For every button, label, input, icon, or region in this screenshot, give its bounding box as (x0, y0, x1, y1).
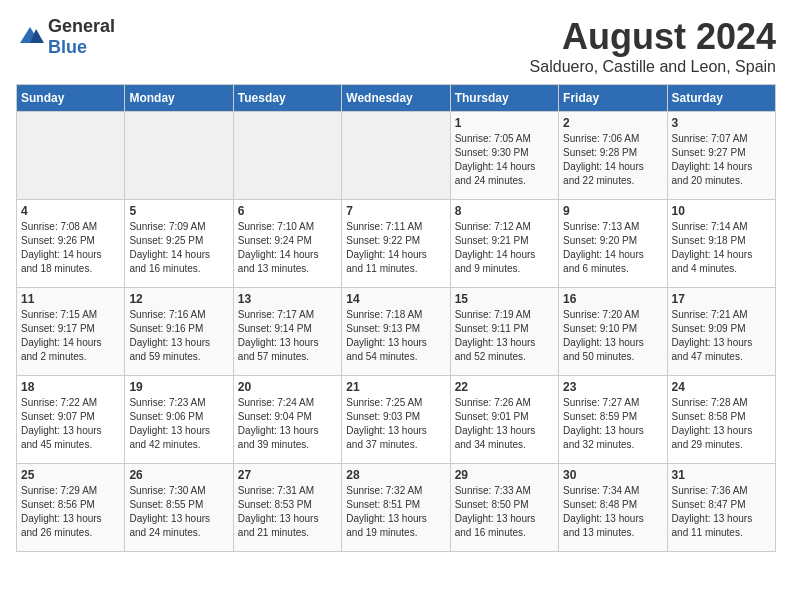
header-wednesday: Wednesday (342, 85, 450, 112)
calendar-cell: 19Sunrise: 7:23 AM Sunset: 9:06 PM Dayli… (125, 376, 233, 464)
day-info: Sunrise: 7:33 AM Sunset: 8:50 PM Dayligh… (455, 485, 536, 538)
day-number: 17 (672, 292, 771, 306)
calendar-cell: 9Sunrise: 7:13 AM Sunset: 9:20 PM Daylig… (559, 200, 667, 288)
day-number: 12 (129, 292, 228, 306)
calendar-cell: 29Sunrise: 7:33 AM Sunset: 8:50 PM Dayli… (450, 464, 558, 552)
calendar-cell: 17Sunrise: 7:21 AM Sunset: 9:09 PM Dayli… (667, 288, 775, 376)
day-info: Sunrise: 7:29 AM Sunset: 8:56 PM Dayligh… (21, 485, 102, 538)
day-number: 18 (21, 380, 120, 394)
logo-blue: Blue (48, 37, 87, 57)
day-number: 14 (346, 292, 445, 306)
day-number: 13 (238, 292, 337, 306)
day-info: Sunrise: 7:09 AM Sunset: 9:25 PM Dayligh… (129, 221, 210, 274)
calendar-cell: 30Sunrise: 7:34 AM Sunset: 8:48 PM Dayli… (559, 464, 667, 552)
calendar-cell: 22Sunrise: 7:26 AM Sunset: 9:01 PM Dayli… (450, 376, 558, 464)
header-saturday: Saturday (667, 85, 775, 112)
day-info: Sunrise: 7:08 AM Sunset: 9:26 PM Dayligh… (21, 221, 102, 274)
header-thursday: Thursday (450, 85, 558, 112)
day-number: 26 (129, 468, 228, 482)
day-info: Sunrise: 7:23 AM Sunset: 9:06 PM Dayligh… (129, 397, 210, 450)
logo-text: General Blue (48, 16, 115, 58)
week-row-2: 11Sunrise: 7:15 AM Sunset: 9:17 PM Dayli… (17, 288, 776, 376)
day-info: Sunrise: 7:21 AM Sunset: 9:09 PM Dayligh… (672, 309, 753, 362)
calendar-cell: 24Sunrise: 7:28 AM Sunset: 8:58 PM Dayli… (667, 376, 775, 464)
calendar-cell: 26Sunrise: 7:30 AM Sunset: 8:55 PM Dayli… (125, 464, 233, 552)
calendar-cell: 5Sunrise: 7:09 AM Sunset: 9:25 PM Daylig… (125, 200, 233, 288)
day-info: Sunrise: 7:05 AM Sunset: 9:30 PM Dayligh… (455, 133, 536, 186)
day-info: Sunrise: 7:28 AM Sunset: 8:58 PM Dayligh… (672, 397, 753, 450)
calendar-cell (17, 112, 125, 200)
day-number: 2 (563, 116, 662, 130)
header-monday: Monday (125, 85, 233, 112)
calendar-cell: 28Sunrise: 7:32 AM Sunset: 8:51 PM Dayli… (342, 464, 450, 552)
calendar-cell: 15Sunrise: 7:19 AM Sunset: 9:11 PM Dayli… (450, 288, 558, 376)
header-row: SundayMondayTuesdayWednesdayThursdayFrid… (17, 85, 776, 112)
day-number: 6 (238, 204, 337, 218)
day-info: Sunrise: 7:20 AM Sunset: 9:10 PM Dayligh… (563, 309, 644, 362)
calendar-cell: 31Sunrise: 7:36 AM Sunset: 8:47 PM Dayli… (667, 464, 775, 552)
calendar-cell (342, 112, 450, 200)
calendar-cell: 23Sunrise: 7:27 AM Sunset: 8:59 PM Dayli… (559, 376, 667, 464)
day-number: 8 (455, 204, 554, 218)
day-number: 3 (672, 116, 771, 130)
day-info: Sunrise: 7:26 AM Sunset: 9:01 PM Dayligh… (455, 397, 536, 450)
calendar-cell: 13Sunrise: 7:17 AM Sunset: 9:14 PM Dayli… (233, 288, 341, 376)
calendar-cell: 21Sunrise: 7:25 AM Sunset: 9:03 PM Dayli… (342, 376, 450, 464)
day-number: 4 (21, 204, 120, 218)
calendar-cell: 27Sunrise: 7:31 AM Sunset: 8:53 PM Dayli… (233, 464, 341, 552)
page-header: General Blue August 2024 Salduero, Casti… (16, 16, 776, 76)
day-number: 10 (672, 204, 771, 218)
day-info: Sunrise: 7:06 AM Sunset: 9:28 PM Dayligh… (563, 133, 644, 186)
day-number: 24 (672, 380, 771, 394)
day-number: 22 (455, 380, 554, 394)
day-number: 30 (563, 468, 662, 482)
calendar-cell: 6Sunrise: 7:10 AM Sunset: 9:24 PM Daylig… (233, 200, 341, 288)
logo-general: General (48, 16, 115, 36)
day-number: 16 (563, 292, 662, 306)
day-info: Sunrise: 7:10 AM Sunset: 9:24 PM Dayligh… (238, 221, 319, 274)
calendar-cell: 2Sunrise: 7:06 AM Sunset: 9:28 PM Daylig… (559, 112, 667, 200)
calendar-cell (233, 112, 341, 200)
calendar-cell: 4Sunrise: 7:08 AM Sunset: 9:26 PM Daylig… (17, 200, 125, 288)
day-info: Sunrise: 7:32 AM Sunset: 8:51 PM Dayligh… (346, 485, 427, 538)
header-sunday: Sunday (17, 85, 125, 112)
day-number: 11 (21, 292, 120, 306)
day-number: 28 (346, 468, 445, 482)
calendar-cell: 25Sunrise: 7:29 AM Sunset: 8:56 PM Dayli… (17, 464, 125, 552)
calendar-subtitle: Salduero, Castille and Leon, Spain (530, 58, 776, 76)
calendar-cell: 10Sunrise: 7:14 AM Sunset: 9:18 PM Dayli… (667, 200, 775, 288)
day-number: 21 (346, 380, 445, 394)
day-number: 15 (455, 292, 554, 306)
day-number: 31 (672, 468, 771, 482)
week-row-4: 25Sunrise: 7:29 AM Sunset: 8:56 PM Dayli… (17, 464, 776, 552)
calendar-cell: 8Sunrise: 7:12 AM Sunset: 9:21 PM Daylig… (450, 200, 558, 288)
calendar-cell: 3Sunrise: 7:07 AM Sunset: 9:27 PM Daylig… (667, 112, 775, 200)
day-number: 29 (455, 468, 554, 482)
calendar-table: SundayMondayTuesdayWednesdayThursdayFrid… (16, 84, 776, 552)
day-info: Sunrise: 7:14 AM Sunset: 9:18 PM Dayligh… (672, 221, 753, 274)
week-row-1: 4Sunrise: 7:08 AM Sunset: 9:26 PM Daylig… (17, 200, 776, 288)
header-tuesday: Tuesday (233, 85, 341, 112)
day-number: 25 (21, 468, 120, 482)
day-info: Sunrise: 7:12 AM Sunset: 9:21 PM Dayligh… (455, 221, 536, 274)
day-number: 23 (563, 380, 662, 394)
day-info: Sunrise: 7:17 AM Sunset: 9:14 PM Dayligh… (238, 309, 319, 362)
day-number: 1 (455, 116, 554, 130)
week-row-3: 18Sunrise: 7:22 AM Sunset: 9:07 PM Dayli… (17, 376, 776, 464)
title-block: August 2024 Salduero, Castille and Leon,… (530, 16, 776, 76)
calendar-cell (125, 112, 233, 200)
calendar-cell: 14Sunrise: 7:18 AM Sunset: 9:13 PM Dayli… (342, 288, 450, 376)
calendar-cell: 12Sunrise: 7:16 AM Sunset: 9:16 PM Dayli… (125, 288, 233, 376)
day-info: Sunrise: 7:36 AM Sunset: 8:47 PM Dayligh… (672, 485, 753, 538)
day-number: 5 (129, 204, 228, 218)
calendar-body: 1Sunrise: 7:05 AM Sunset: 9:30 PM Daylig… (17, 112, 776, 552)
day-info: Sunrise: 7:25 AM Sunset: 9:03 PM Dayligh… (346, 397, 427, 450)
day-number: 19 (129, 380, 228, 394)
day-info: Sunrise: 7:27 AM Sunset: 8:59 PM Dayligh… (563, 397, 644, 450)
day-info: Sunrise: 7:19 AM Sunset: 9:11 PM Dayligh… (455, 309, 536, 362)
day-info: Sunrise: 7:18 AM Sunset: 9:13 PM Dayligh… (346, 309, 427, 362)
day-info: Sunrise: 7:13 AM Sunset: 9:20 PM Dayligh… (563, 221, 644, 274)
day-info: Sunrise: 7:16 AM Sunset: 9:16 PM Dayligh… (129, 309, 210, 362)
day-info: Sunrise: 7:22 AM Sunset: 9:07 PM Dayligh… (21, 397, 102, 450)
logo: General Blue (16, 16, 115, 58)
